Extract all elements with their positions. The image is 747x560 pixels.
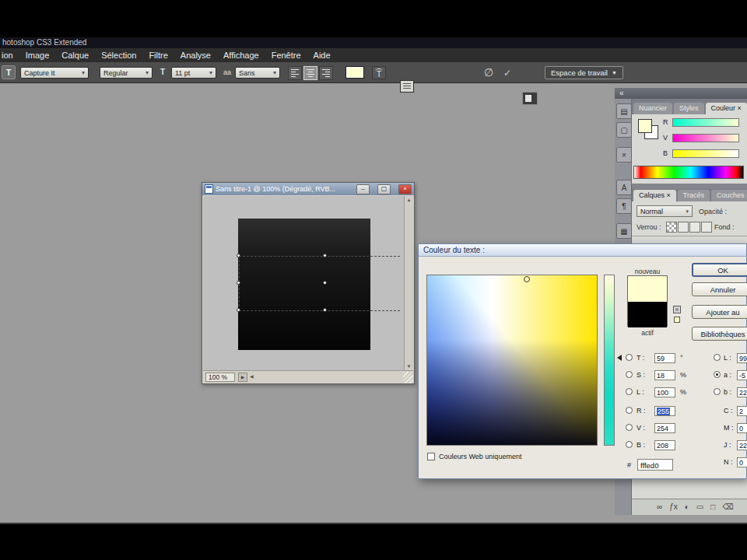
radio-brightness[interactable]: [626, 388, 633, 395]
dock-panel-icon-1[interactable]: ▤: [616, 103, 632, 119]
collapse-panels-icon[interactable]: «: [619, 89, 624, 97]
lock-position-icon[interactable]: [689, 222, 700, 233]
menu-item-affichage[interactable]: Affichage: [217, 48, 265, 62]
vertical-scrollbar[interactable]: ▲ ▼: [404, 196, 413, 370]
lab-l-field[interactable]: 99: [737, 353, 747, 363]
blue-field[interactable]: 208: [654, 440, 675, 450]
align-left-button[interactable]: [288, 66, 302, 80]
hue-field[interactable]: 59: [654, 353, 675, 363]
transform-handle-top-left[interactable]: [237, 254, 240, 257]
radio-lab-l[interactable]: [714, 354, 721, 361]
font-style-select[interactable]: Regular ▾: [100, 67, 153, 79]
menu-item-selection[interactable]: Sélection: [95, 48, 142, 62]
workspace-button[interactable]: Espace de travail ▼: [545, 66, 623, 79]
transform-handle-left[interactable]: [237, 281, 240, 285]
slider-v-track[interactable]: [672, 134, 739, 142]
transform-handle-bottom[interactable]: [323, 308, 327, 312]
tool-preset-select[interactable]: Capture It ▾: [20, 67, 89, 79]
transform-handle-top[interactable]: [323, 254, 327, 257]
scroll-left-icon[interactable]: ◀: [250, 373, 254, 379]
tab-couches[interactable]: Couches: [711, 190, 747, 201]
radio-lab-b[interactable]: [714, 388, 721, 395]
adjustment-layer-icon[interactable]: ◐: [685, 500, 689, 514]
foreground-color-swatch[interactable]: [638, 119, 652, 133]
ok-button[interactable]: OK: [692, 263, 747, 277]
menu-item-edition[interactable]: ion: [0, 48, 19, 62]
resize-grip[interactable]: [403, 372, 413, 383]
cancel-button[interactable]: Annuler: [692, 282, 747, 296]
hex-field[interactable]: fffed0: [637, 459, 673, 471]
noir-field[interactable]: 0: [737, 457, 747, 467]
zoom-field[interactable]: 100 %: [205, 373, 235, 382]
cyan-field[interactable]: 2: [737, 406, 747, 416]
lab-a-field[interactable]: -5: [737, 370, 747, 380]
minimize-button[interactable]: –: [356, 184, 370, 194]
libraries-button[interactable]: Bibliothèques: [692, 327, 747, 341]
web-gamut-cube-icon[interactable]: [673, 306, 681, 313]
red-field[interactable]: 255: [654, 406, 675, 416]
menu-item-calque[interactable]: Calque: [55, 48, 95, 62]
dialog-titlebar[interactable]: Couleur du texte :: [419, 244, 746, 257]
menu-item-analyse[interactable]: Analyse: [174, 48, 217, 62]
maximize-button[interactable]: ▢: [377, 184, 391, 194]
green-field[interactable]: 254: [654, 423, 675, 433]
menu-item-fenetre[interactable]: Fenêtre: [265, 48, 307, 62]
jaune-field[interactable]: 22: [737, 440, 747, 450]
web-safe-swatch[interactable]: [674, 317, 680, 323]
cancel-edit-icon[interactable]: ∅: [484, 66, 493, 79]
menu-item-image[interactable]: Image: [19, 48, 56, 62]
scroll-down-icon[interactable]: ▼: [407, 362, 412, 370]
anti-alias-select[interactable]: Sans ▾: [235, 67, 280, 79]
tab-nuancier[interactable]: Nuancier: [633, 103, 672, 114]
align-center-button[interactable]: [303, 66, 317, 80]
radio-saturation[interactable]: [626, 371, 633, 378]
status-menu-icon[interactable]: ▶: [238, 373, 247, 382]
new-group-icon[interactable]: ▭: [696, 500, 703, 514]
new-layer-icon[interactable]: □: [710, 500, 715, 514]
hue-slider[interactable]: [604, 275, 615, 446]
slider-b-track[interactable]: [672, 149, 739, 158]
lock-all-icon[interactable]: [701, 222, 712, 233]
radio-red[interactable]: [626, 407, 633, 414]
document-canvas[interactable]: [203, 196, 404, 370]
transform-handle-bottom-left[interactable]: [237, 308, 240, 312]
add-to-swatches-button[interactable]: Ajouter au: [692, 305, 747, 319]
tab-traces[interactable]: Tracés: [678, 190, 710, 201]
palettes-toggle-icon[interactable]: [522, 92, 538, 105]
tab-couleur[interactable]: Couleur ×: [706, 103, 747, 114]
color-marker[interactable]: [524, 276, 530, 282]
close-button[interactable]: ×: [398, 184, 412, 194]
menu-item-filtre[interactable]: Filtre: [142, 48, 174, 62]
type-tool-icon[interactable]: T: [2, 65, 16, 79]
link-layers-icon[interactable]: ∞: [657, 500, 662, 514]
lab-b-field[interactable]: 22: [737, 387, 747, 397]
delete-layer-icon[interactable]: ⌫: [722, 500, 733, 514]
dock-panel-icon-5[interactable]: ¶: [616, 198, 632, 214]
warp-text-icon[interactable]: T: [372, 66, 386, 79]
dock-panel-icon-3[interactable]: ×: [616, 147, 632, 163]
dock-panel-icon-4[interactable]: A: [616, 180, 632, 195]
color-spectrum-ramp[interactable]: [633, 166, 744, 179]
blend-mode-select[interactable]: Normal ▾: [637, 205, 693, 217]
slider-r-track[interactable]: [672, 118, 739, 127]
saturation-field[interactable]: 18: [654, 370, 675, 380]
radio-hue[interactable]: [626, 354, 633, 361]
transform-handle-center[interactable]: [323, 281, 327, 285]
dock-panel-icon-2[interactable]: ▢: [616, 122, 632, 138]
current-color-swatch[interactable]: [628, 302, 667, 327]
document-titlebar[interactable]: Sans titre-1 @ 100% (Dégradé, RVB... – ▢…: [202, 183, 414, 195]
saturation-brightness-field[interactable]: [426, 275, 598, 446]
radio-green[interactable]: [626, 424, 633, 431]
lock-transparency-icon[interactable]: [666, 222, 677, 233]
layer-style-icon[interactable]: ƒx: [669, 500, 678, 514]
align-right-button[interactable]: [319, 66, 333, 80]
tab-styles[interactable]: Styles: [674, 103, 704, 114]
radio-lab-a[interactable]: [714, 371, 721, 378]
hue-slider-arrow-icon[interactable]: [617, 355, 622, 361]
dock-header[interactable]: «: [615, 88, 747, 99]
tab-calques[interactable]: Calques ×: [633, 190, 676, 201]
radio-blue[interactable]: [626, 441, 633, 448]
magenta-field[interactable]: 0: [737, 423, 747, 433]
web-only-checkbox[interactable]: [427, 453, 435, 460]
font-size-select[interactable]: 11 pt ▾: [171, 67, 216, 79]
